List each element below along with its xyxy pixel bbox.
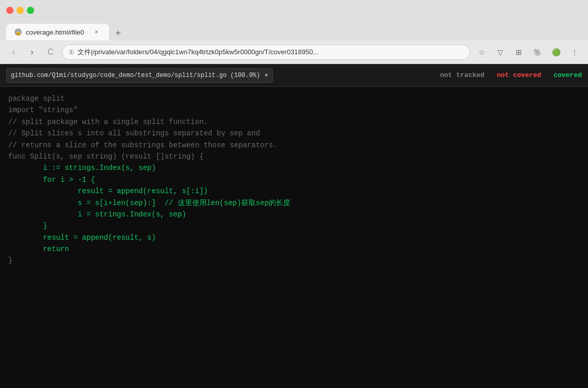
code-area: package splitimport "strings"// split pa… [0,87,588,388]
code-line: i = strings.Index(s, sep) [8,209,580,220]
code-line: import "strings" [8,104,580,116]
file-selector-wrapper: github.com/Q1mi/studygo/code_demo/test_d… [6,68,273,83]
code-line: } [8,255,580,266]
code-line: return [8,243,580,255]
code-line: // Split slices s into all substrings se… [8,128,580,139]
grid-icon[interactable]: ⊞ [512,45,526,59]
address-input[interactable]: ① 文件 | /private/var/folders/04/qgqlc1wn7… [62,44,470,60]
back-button[interactable]: ‹ [6,45,21,59]
file-selector[interactable]: github.com/Q1mi/studygo/code_demo/test_d… [6,68,273,83]
coverage-toolbar: github.com/Q1mi/studygo/code_demo/test_d… [0,64,588,87]
forward-button[interactable]: › [25,45,39,59]
star-icon[interactable]: ☆ [474,45,489,59]
code-line: i := strings.Index(s, sep) [8,162,580,174]
code-line: func Split(s, sep string) (result []stri… [8,151,580,162]
code-line: s = s[i+len(sep):] // 这里使用len(sep)获取sep的… [8,197,580,209]
extension-icon[interactable]: ▽ [493,45,507,59]
legend-not-covered: not covered [497,71,541,79]
evernote-icon[interactable]: 🐘 [530,45,545,59]
address-prefix: 文件 [78,48,91,57]
traffic-lights [6,7,34,14]
address-text: /private/var/folders/04/qgqlc1wn7kq4trtz… [92,48,318,56]
code-line: // split package with a single split fun… [8,116,580,128]
tab-bar: 🔒 coverage.html#file0 × + [0,21,588,40]
maximize-button[interactable] [27,7,34,14]
code-line: for i > -1 { [8,174,580,185]
tab-favicon: 🔒 [14,28,22,36]
legend: not tracked not covered covered [440,71,582,79]
browser-window: 🔒 coverage.html#file0 × + ‹ › C ① 文件 | /… [0,0,588,388]
security-icon: ① [69,49,74,56]
code-line: // returns a slice of the substrings bet… [8,139,580,151]
address-bar: ‹ › C ① 文件 | /private/var/folders/04/qgq… [0,40,588,64]
more-icon[interactable]: ⋮ [567,45,582,59]
extension2-icon[interactable]: 🟢 [549,45,563,59]
title-bar [0,0,588,21]
code-line: result = append(result, s[:i]) [8,185,580,197]
legend-covered: covered [553,71,582,79]
new-tab-button[interactable]: + [111,26,126,40]
tab-title: coverage.html#file0 [26,28,84,36]
tab-close-button[interactable]: × [92,28,101,36]
code-line: package split [8,93,580,104]
code-line: } [8,220,580,231]
minimize-button[interactable] [17,7,24,14]
active-tab[interactable]: 🔒 coverage.html#file0 × [6,24,109,40]
legend-not-tracked: not tracked [440,71,485,79]
code-line: result = append(result, s) [8,232,580,243]
refresh-button[interactable]: C [43,45,58,59]
close-button[interactable] [6,7,13,14]
